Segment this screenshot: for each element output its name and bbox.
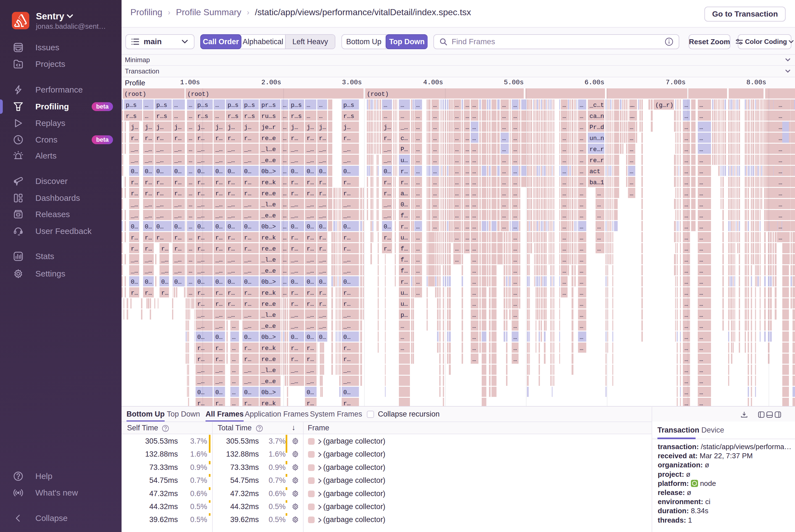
- svg-text:…: …: [513, 201, 517, 208]
- svg-text:_…: _…: [156, 146, 164, 153]
- svg-text:_…: _…: [197, 312, 204, 319]
- svg-text:_…: _…: [215, 378, 222, 385]
- svg-text:Pr…d: Pr…d: [589, 124, 604, 131]
- svg-text:…: …: [699, 256, 703, 264]
- svg-text:…: …: [513, 246, 517, 252]
- svg-text:…: …: [466, 246, 469, 252]
- svg-text:r…: r…: [228, 190, 235, 197]
- svg-text:…: …: [433, 201, 437, 208]
- svg-text:…: …: [215, 102, 219, 109]
- svg-text:…: …: [472, 146, 476, 153]
- svg-text:r…: r…: [197, 246, 204, 252]
- svg-text:_…: _…: [197, 146, 204, 153]
- svg-text:…: …: [580, 279, 583, 286]
- svg-text:r…: r…: [228, 234, 235, 242]
- svg-text:…: …: [513, 234, 517, 242]
- svg-text:r…: r…: [244, 345, 251, 352]
- svg-text:_…: _…: [343, 256, 351, 264]
- svg-text:0…: 0…: [343, 168, 351, 175]
- svg-text:…: …: [779, 168, 782, 175]
- svg-text:0…: 0…: [307, 168, 314, 175]
- svg-text:r…: r…: [291, 190, 298, 197]
- svg-text:r…: r…: [174, 135, 182, 142]
- svg-text:…: …: [472, 124, 476, 131]
- svg-text:r…: r…: [174, 246, 182, 252]
- svg-text:0…: 0…: [343, 389, 351, 396]
- svg-text:…: …: [513, 113, 517, 120]
- svg-text:0…: 0…: [384, 224, 391, 230]
- svg-text:_…: _…: [306, 212, 314, 219]
- svg-text:…: …: [400, 345, 404, 352]
- svg-text:…: …: [684, 135, 688, 142]
- svg-text:…: …: [597, 201, 601, 208]
- svg-text:…: …: [189, 157, 192, 164]
- svg-text:…: …: [563, 268, 566, 274]
- svg-text:r…: r…: [244, 290, 251, 297]
- svg-text:r…s: r…s: [126, 113, 137, 120]
- svg-text:0…: 0…: [319, 279, 326, 286]
- svg-text:r…: r…: [400, 179, 408, 186]
- svg-text:0…: 0…: [319, 168, 326, 175]
- svg-text:…: …: [384, 102, 387, 109]
- svg-text:r…: r…: [319, 290, 326, 297]
- svg-text:_…: _…: [244, 268, 251, 274]
- svg-text:_…: _…: [306, 146, 314, 153]
- svg-text:0…: 0…: [228, 168, 235, 175]
- svg-text:…: …: [699, 268, 703, 274]
- svg-text:r…: r…: [400, 279, 408, 286]
- svg-text:r…: r…: [228, 246, 235, 252]
- svg-text:_…: _…: [319, 201, 326, 208]
- svg-text:…: …: [684, 179, 688, 186]
- svg-text:r…: r…: [215, 246, 222, 252]
- svg-text:…: …: [684, 301, 688, 308]
- svg-text:…: …: [472, 290, 476, 297]
- svg-text:0…: 0…: [215, 389, 222, 396]
- svg-text:r…s: r…s: [244, 113, 255, 120]
- svg-text:…: …: [684, 290, 688, 297]
- svg-text:0…: 0…: [244, 334, 251, 341]
- svg-text:r…: r…: [197, 290, 204, 297]
- svg-text:0…: 0…: [244, 168, 251, 175]
- svg-text:…: …: [699, 201, 703, 208]
- svg-text:…: …: [189, 124, 192, 131]
- svg-text:…: …: [189, 135, 192, 142]
- svg-text:_…: _…: [244, 367, 251, 374]
- svg-text:0…: 0…: [319, 224, 326, 230]
- svg-text:…: …: [189, 179, 192, 186]
- svg-text:_…: _…: [306, 268, 314, 274]
- svg-text:r…: r…: [228, 301, 235, 308]
- svg-text:…: …: [472, 224, 476, 230]
- svg-text:r…: r…: [131, 190, 138, 197]
- svg-text:0…: 0…: [131, 168, 138, 175]
- svg-text:r…: r…: [384, 246, 391, 252]
- svg-text:0b…>: 0b…>: [261, 224, 276, 230]
- svg-text:…: …: [472, 179, 476, 186]
- svg-text:…: …: [472, 168, 476, 175]
- svg-text:…: …: [472, 190, 476, 197]
- svg-text:…: …: [580, 256, 583, 264]
- svg-text:…: …: [466, 234, 469, 242]
- svg-text:r…: r…: [319, 234, 326, 242]
- svg-text:r…: r…: [161, 290, 168, 297]
- svg-text:…: …: [232, 323, 235, 330]
- svg-text:0…: 0…: [307, 389, 314, 396]
- svg-text:…: …: [472, 201, 476, 208]
- svg-text:p…s: p…s: [244, 102, 255, 109]
- svg-text:r…: r…: [244, 135, 251, 142]
- svg-text:…: …: [502, 190, 506, 197]
- svg-text:_…: _…: [174, 212, 182, 219]
- svg-text:_l…e: _l…e: [261, 312, 276, 319]
- svg-text:_…: _…: [290, 212, 298, 219]
- svg-text:_…: _…: [290, 312, 298, 319]
- svg-text:0…: 0…: [174, 168, 182, 175]
- svg-text:r…: r…: [197, 345, 204, 352]
- svg-text:…: …: [189, 190, 192, 197]
- svg-text:un…n: un…n: [589, 135, 604, 142]
- svg-text:…: …: [513, 146, 517, 153]
- svg-text:…: …: [513, 345, 517, 352]
- svg-text:0…: 0…: [215, 279, 222, 286]
- svg-text:r…: r…: [384, 234, 391, 242]
- svg-text:_…: _…: [161, 268, 168, 274]
- svg-text:…: …: [416, 234, 420, 242]
- svg-text:ba…1: ba…1: [589, 179, 604, 186]
